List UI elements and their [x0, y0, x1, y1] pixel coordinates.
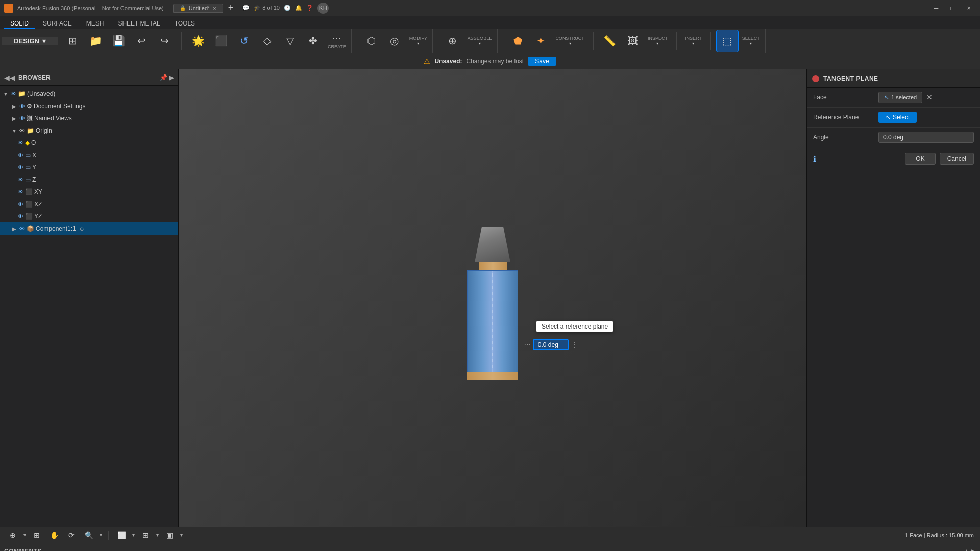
reference-plane-row: Reference Plane ↖ Select	[807, 108, 980, 128]
browser-collapse-icon[interactable]: ◀◀	[4, 73, 15, 82]
pan-button[interactable]: ✋	[47, 529, 61, 542]
select-dropdown-button[interactable]: SELECT ▾	[739, 34, 763, 48]
y-label: Y	[32, 164, 36, 171]
modify-tool-2[interactable]: ◎	[383, 30, 406, 52]
zoom-button[interactable]: 🔍	[82, 529, 95, 542]
extrude-button[interactable]: ⬛	[210, 30, 232, 52]
modify-dropdown-button[interactable]: MODIFY ▾	[406, 34, 430, 48]
tree-origin-xz[interactable]: 👁 ⬛ XZ	[0, 198, 178, 210]
tab-surface[interactable]: SURFACE	[37, 19, 78, 29]
xz-eye-icon[interactable]: 👁	[18, 201, 23, 207]
origin-icon: 📁	[27, 127, 34, 134]
o-icon: ◆	[25, 139, 30, 146]
loft-button[interactable]: ▽	[279, 30, 301, 52]
z-eye-icon[interactable]: 👁	[18, 177, 23, 183]
tab-close-icon[interactable]: ×	[213, 5, 216, 11]
inspect-tool-2[interactable]: 🖼	[622, 30, 644, 52]
effects-dropdown-icon[interactable]: ▾	[180, 532, 183, 538]
display-mode-button[interactable]: ⬜	[115, 529, 128, 542]
x-label: X	[32, 152, 36, 159]
tree-origin-yz[interactable]: 👁 ⬛ YZ	[0, 210, 178, 222]
face-clear-button[interactable]: ✕	[924, 92, 935, 103]
tree-origin[interactable]: ▼ 👁 📁 Origin	[0, 124, 178, 137]
tree-document-settings[interactable]: ▶ 👁 ⚙ Document Settings	[0, 100, 178, 112]
minimize-button[interactable]: ─	[929, 3, 943, 13]
angle-menu-icon[interactable]: ⋮	[571, 341, 578, 349]
construct-dropdown-button[interactable]: CONSTRUCT ▾	[552, 34, 587, 48]
view-dropdown-icon[interactable]: ▾	[156, 532, 159, 538]
new-tab-btn[interactable]: +	[225, 3, 237, 13]
tangent-close-button[interactable]	[812, 75, 819, 82]
tree-origin-x[interactable]: 👁 ▭ X	[0, 149, 178, 161]
joint-button[interactable]: ⊕	[442, 30, 464, 52]
c1-home-icon[interactable]: ⊙	[80, 226, 84, 232]
obj-body	[467, 270, 518, 372]
tree-origin-o[interactable]: 👁 ◆ O	[0, 137, 178, 149]
maximize-button[interactable]: □	[945, 3, 960, 13]
orbit-button[interactable]: ⟳	[65, 529, 78, 542]
face-value-container: ↖ 1 selected ✕	[878, 92, 974, 103]
x-eye-icon[interactable]: 👁	[18, 152, 23, 158]
tree-root[interactable]: ▼ 👁 📁 (Unsaved)	[0, 88, 178, 100]
redo-button[interactable]: ↪	[153, 30, 176, 52]
revolve-button[interactable]: ↺	[233, 30, 255, 52]
tree-origin-y[interactable]: 👁 ▭ Y	[0, 161, 178, 173]
insert-dropdown-button[interactable]: INSERT ▾	[682, 34, 705, 48]
snap-button[interactable]: ⊕	[6, 529, 19, 542]
save-button[interactable]: 💾	[107, 30, 130, 52]
view-mode-button[interactable]: ⊞	[139, 529, 152, 542]
assemble-dropdown-button[interactable]: ASSEMBLE ▾	[464, 34, 496, 48]
snap-dropdown-icon[interactable]: ▾	[23, 532, 26, 538]
xy-eye-icon[interactable]: 👁	[18, 189, 23, 195]
create-dropdown-button[interactable]: ⋯ CREATE	[325, 31, 349, 52]
y-icon: ▭	[25, 164, 31, 171]
grid-apps-button[interactable]: ⊞	[61, 30, 84, 52]
undo-button[interactable]: ↩	[130, 30, 153, 52]
design-button[interactable]: DESIGN ▾	[2, 37, 58, 45]
sweep-button[interactable]: ◇	[256, 30, 278, 52]
origin-eye-icon[interactable]: 👁	[19, 128, 25, 134]
modify-tool-1[interactable]: ⬡	[360, 30, 383, 52]
grid-button[interactable]: ⊞	[30, 529, 43, 542]
root-eye-icon[interactable]: 👁	[11, 91, 16, 97]
open-file-button[interactable]: 📁	[84, 30, 107, 52]
y-eye-icon[interactable]: 👁	[18, 164, 23, 170]
tab-solid[interactable]: SOLID	[4, 19, 35, 29]
close-window-button[interactable]: ×	[962, 3, 976, 13]
inspect-dropdown-button[interactable]: INSPECT ▾	[645, 34, 671, 48]
browser-expand-icon[interactable]: ▶	[169, 74, 174, 81]
cancel-button[interactable]: Cancel	[940, 153, 974, 165]
tab-mesh[interactable]: MESH	[80, 19, 110, 29]
construct-axis-button[interactable]: ✦	[529, 30, 552, 52]
effects-button[interactable]: ▣	[163, 529, 176, 542]
display-dropdown-icon[interactable]: ▾	[132, 532, 135, 538]
tree-named-views[interactable]: ▶ 👁 🖼 Named Views	[0, 112, 178, 124]
c1-eye-icon[interactable]: 👁	[19, 226, 25, 232]
angle-input-field[interactable]	[878, 132, 974, 143]
viewport[interactable]: Select a reference plane ··· ⋮	[179, 69, 806, 527]
zoom-dropdown-icon[interactable]: ▾	[100, 532, 102, 538]
select-reference-button[interactable]: ↖ Select	[878, 112, 917, 123]
ok-button[interactable]: OK	[905, 153, 935, 165]
new-component-button[interactable]: 🌟	[187, 30, 209, 52]
comments-expand-icon[interactable]: ▶	[971, 548, 976, 552]
tab-tools[interactable]: TOOLS	[168, 19, 201, 29]
browser-pin-icon[interactable]: 📌	[160, 74, 167, 81]
select-button[interactable]: ⬚	[716, 30, 739, 52]
measure-button[interactable]: 📏	[599, 30, 621, 52]
o-eye-icon[interactable]: 👁	[18, 140, 23, 146]
move-button[interactable]: ✤	[302, 30, 324, 52]
viewport-angle-input[interactable]	[533, 339, 569, 350]
doc-settings-eye-icon[interactable]: 👁	[19, 103, 25, 109]
active-tab[interactable]: 🔒 Untitled* ×	[173, 4, 223, 13]
comments-add-icon[interactable]: +	[965, 548, 968, 552]
tree-component1[interactable]: ▶ 👁 📦 Component1:1 ⊙	[0, 222, 178, 235]
named-views-eye-icon[interactable]: 👁	[19, 115, 25, 121]
yz-eye-icon[interactable]: 👁	[18, 213, 23, 219]
save-file-button[interactable]: Save	[528, 57, 556, 66]
construct-plane-button[interactable]: ⬟	[506, 30, 529, 52]
c1-expand-icon: ▶	[11, 226, 18, 232]
tree-origin-xy[interactable]: 👁 ⬛ XY	[0, 186, 178, 198]
tree-origin-z[interactable]: 👁 ▭ Z	[0, 173, 178, 186]
tab-sheet-metal[interactable]: SHEET METAL	[112, 19, 166, 29]
